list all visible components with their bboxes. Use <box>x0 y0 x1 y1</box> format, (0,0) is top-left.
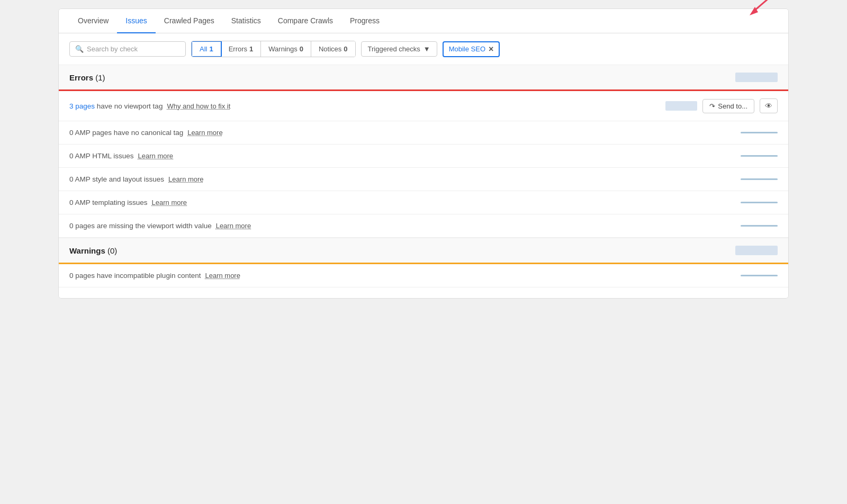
issue-row-viewport-tag: 3 pages have no viewport tag Why and how… <box>59 91 788 121</box>
errors-section-title: Errors (1) <box>69 73 105 82</box>
amp-templating-bar <box>741 202 778 203</box>
amp-html-text: 0 AMP HTML issues <box>69 152 134 160</box>
issue-row-plugin-content: 0 pages have incompatible plugin content… <box>59 264 788 287</box>
main-container: Overview Issues Crawled Pages Statistics… <box>58 8 789 299</box>
amp-style-bar <box>741 178 778 180</box>
amp-canonical-text: 0 AMP pages have no canonical tag <box>69 129 183 137</box>
filter-warnings[interactable]: Warnings0 <box>261 41 311 57</box>
viewport-pages-link[interactable]: 3 pages <box>69 102 95 110</box>
plugin-content-bar <box>741 275 778 276</box>
toolbar: 🔍 All1 Errors1 Warnings0 Notices0 Trigge <box>59 33 788 65</box>
tab-crawled-pages[interactable]: Crawled Pages <box>156 9 223 33</box>
plugin-content-link[interactable]: Learn more <box>205 272 240 280</box>
filter-buttons: All1 Errors1 Warnings0 Notices0 <box>191 41 356 57</box>
plugin-content-text: 0 pages have incompatible plugin content <box>69 272 201 280</box>
issue-row-amp-html: 0 AMP HTML issues Learn more <box>59 145 788 168</box>
search-box[interactable]: 🔍 <box>69 41 186 57</box>
active-filter-tag: Mobile SEO × <box>443 41 500 57</box>
filter-all[interactable]: All1 <box>191 41 222 57</box>
issue-row-amp-templating: 0 AMP templating issues Learn more <box>59 191 788 214</box>
amp-html-link[interactable]: Learn more <box>138 152 173 160</box>
amp-templating-link[interactable]: Learn more <box>152 199 187 206</box>
filter-errors[interactable]: Errors1 <box>221 41 262 57</box>
tab-issues[interactable]: Issues <box>117 9 155 33</box>
errors-bar-chart <box>735 73 778 82</box>
issue-row-amp-canonical: 0 AMP pages have no canonical tag Learn … <box>59 121 788 145</box>
chevron-down-icon: ▼ <box>424 45 430 53</box>
tab-overview[interactable]: Overview <box>69 9 117 33</box>
bottom-spacer <box>59 287 788 298</box>
search-input[interactable] <box>87 45 166 53</box>
warnings-bar-chart <box>735 246 778 255</box>
send-to-button[interactable]: ↷ Send to... <box>702 99 754 113</box>
viewport-width-text: 0 pages are missing the viewport width v… <box>69 222 212 230</box>
viewport-fix-link[interactable]: Why and how to fix it <box>167 102 230 110</box>
search-icon: 🔍 <box>75 45 84 53</box>
amp-canonical-link[interactable]: Learn more <box>187 129 222 137</box>
amp-templating-text: 0 AMP templating issues <box>69 199 148 206</box>
tab-compare-crawls[interactable]: Compare Crawls <box>269 9 341 33</box>
triggered-checks-button[interactable]: Triggered checks ▼ <box>361 41 437 57</box>
filter-notices[interactable]: Notices0 <box>311 41 355 57</box>
warnings-section-title: Warnings (0) <box>69 246 117 255</box>
send-icon: ↷ <box>709 102 715 110</box>
warnings-section-header: Warnings (0) <box>59 238 788 263</box>
amp-style-text: 0 AMP style and layout issues <box>69 175 164 183</box>
tab-statistics[interactable]: Statistics <box>223 9 269 33</box>
amp-html-bar <box>741 155 778 157</box>
eye-icon: 👁 <box>765 102 772 110</box>
tab-progress[interactable]: Progress <box>341 9 388 33</box>
issue-row-amp-style: 0 AMP style and layout issues Learn more <box>59 168 788 191</box>
viewport-width-link[interactable]: Learn more <box>216 222 251 230</box>
issue-text-viewport: 3 pages have no viewport tag <box>69 102 163 110</box>
amp-style-link[interactable]: Learn more <box>168 175 203 183</box>
nav-tabs: Overview Issues Crawled Pages Statistics… <box>59 9 788 33</box>
errors-section-header: Errors (1) <box>59 65 788 89</box>
eye-button[interactable]: 👁 <box>760 98 778 113</box>
viewport-width-bar <box>741 225 778 227</box>
close-filter-button[interactable]: × <box>489 45 493 53</box>
viewport-bar <box>665 101 697 111</box>
issue-row-viewport-width: 0 pages are missing the viewport width v… <box>59 214 788 238</box>
amp-canonical-bar <box>741 132 778 133</box>
